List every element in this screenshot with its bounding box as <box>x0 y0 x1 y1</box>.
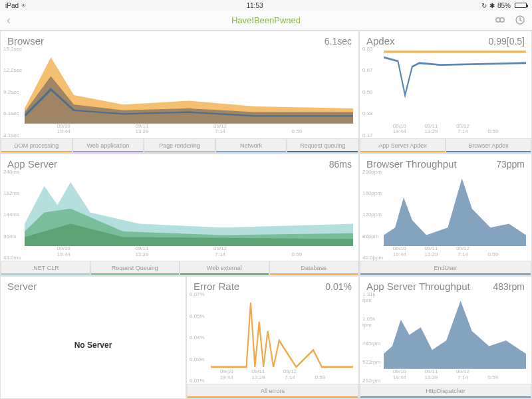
bthroughput-chart <box>384 171 526 247</box>
errorrate-value: 0.01% <box>325 281 352 292</box>
legend-webapp[interactable]: Web application <box>72 138 144 153</box>
appserver-xaxis: 09/1019:4409/1113:2909/127:140:59 <box>1 246 358 261</box>
athroughput-title: App Server Throughput <box>366 281 470 292</box>
bluetooth-icon: ✱ <box>489 2 495 9</box>
appserver-title: App Server <box>7 158 57 170</box>
legend-database[interactable]: Database <box>269 261 359 275</box>
errorrate-xaxis: 09/1019:4409/1113:2909/127:140:59 <box>187 369 358 384</box>
errorrate-card: Error Rate0.01% 0.07%0.05%0.04%0.03%0.01… <box>186 276 359 399</box>
server-card: Server No Server <box>0 276 186 399</box>
errorrate-chart <box>211 293 353 369</box>
browser-yaxis: 15.3sec12.2sec9.2sec6.1sec3.1sec <box>3 46 25 138</box>
athroughput-value: 483rpm <box>493 281 525 292</box>
browser-legend: DOM processing Web application Page rend… <box>1 138 358 153</box>
legend-httpdispatcher[interactable]: HttpDispatcher <box>360 384 531 398</box>
bthroughput-yaxis: 200ppm160ppm120ppm80ppm40.0ppm <box>362 169 384 261</box>
status-bar: iPadᯤ 11:53 ↻✱85% <box>0 0 532 11</box>
legend-enduser[interactable]: EndUser <box>360 261 531 275</box>
errorrate-legend: All errors <box>187 384 358 398</box>
legend-browser-apdex[interactable]: Browser Apdex <box>446 138 531 153</box>
athroughput-xaxis: 09/1019:4409/1113:2909/127:140:59 <box>360 369 531 384</box>
legend-network[interactable]: Network <box>215 138 287 153</box>
appserver-yaxis: 240ms192ms144ms96ms48.0ms <box>3 169 25 261</box>
bthroughput-legend: EndUser <box>360 261 531 275</box>
bthroughput-title: Browser Throughput <box>366 158 457 170</box>
apdex-title: Apdex <box>366 35 395 47</box>
back-button[interactable]: ‹ <box>7 13 11 27</box>
athroughput-chart <box>384 293 526 369</box>
bthroughput-card: Browser Throughput73ppm 200ppm160ppm120p… <box>359 154 532 277</box>
browser-title: Browser <box>7 35 44 47</box>
appserver-card: App Server86ms 240ms192ms144ms96ms48.0ms… <box>0 154 359 277</box>
legend-appserver-apdex[interactable]: App Server Apdex <box>360 138 446 153</box>
appserver-value: 86ms <box>329 159 352 170</box>
apdex-chart <box>384 48 526 124</box>
legend-webext[interactable]: Web external <box>180 261 269 275</box>
legend-netclr[interactable]: .NET CLR <box>1 261 90 275</box>
appserver-chart <box>25 171 353 247</box>
apdex-value: 0.99[0.5] <box>489 36 525 47</box>
appserver-legend: .NET CLR Request Queuing Web external Da… <box>1 261 358 275</box>
legend-dom[interactable]: DOM processing <box>1 138 72 153</box>
nav-bar: ‹ HaveIBeenPwned <box>0 11 532 31</box>
bthroughput-xaxis: 09/1019:4409/1113:2909/127:140:59 <box>360 246 531 261</box>
battery-label: 85% <box>497 2 511 9</box>
apdex-card: Apdex0.99[0.5] 0.830.670.500.330.17 09/1… <box>359 31 532 154</box>
browser-value: 6.1sec <box>325 36 352 47</box>
link-icon[interactable] <box>495 15 505 27</box>
browser-chart <box>25 48 353 124</box>
legend-requestq[interactable]: Request queuing <box>287 138 358 153</box>
browser-xaxis: 09/1019:4409/1113:2909/127:140:59 <box>1 124 358 138</box>
bthroughput-value: 73ppm <box>496 159 525 170</box>
clock-icon[interactable] <box>515 15 525 27</box>
browser-card: Browser6.1sec 15.3sec12.2sec9.2sec6.1sec… <box>0 31 359 154</box>
errorrate-yaxis: 0.07%0.05%0.04%0.03%0.01% <box>190 291 211 384</box>
athroughput-legend: HttpDispatcher <box>360 384 531 398</box>
server-empty: No Server <box>1 292 186 398</box>
server-title: Server <box>7 281 37 292</box>
legend-allerrors[interactable]: All errors <box>187 384 358 398</box>
clock: 11:53 <box>246 2 263 9</box>
athroughput-card: App Server Throughput483rpm 1.31k rpm1.0… <box>359 276 532 399</box>
legend-reqqueue[interactable]: Request Queuing <box>90 261 180 275</box>
errorrate-title: Error Rate <box>194 281 239 292</box>
apdex-xaxis: 09/1019:4409/1113:2909/127:140:59 <box>360 124 531 138</box>
apdex-yaxis: 0.830.670.500.330.17 <box>362 46 384 138</box>
wifi-icon: ᯤ <box>21 2 28 9</box>
athroughput-yaxis: 1.31k rpm1.05k rpm785rpm523rpm262rpm <box>362 291 384 384</box>
battery-icon <box>515 3 527 8</box>
apdex-legend: App Server Apdex Browser Apdex <box>360 138 531 153</box>
device-label: iPad <box>5 2 19 9</box>
page-title: HaveIBeenPwned <box>231 15 301 25</box>
legend-pagerender[interactable]: Page rendering <box>144 138 215 153</box>
airplay-icon: ↻ <box>481 2 487 9</box>
